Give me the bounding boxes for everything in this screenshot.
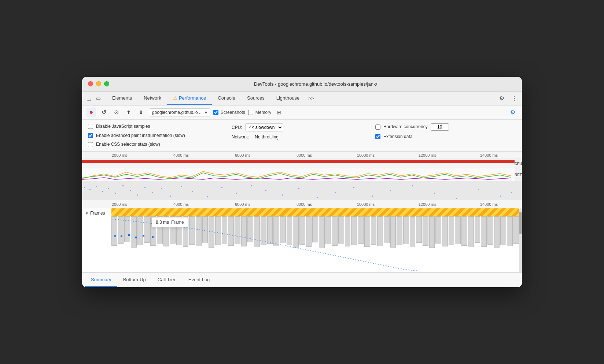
frames-track[interactable]: ▼ Frames (82, 208, 522, 272)
frame-bar (299, 216, 305, 245)
frame-bar (332, 216, 338, 246)
frame-tooltip: 8.3 ms Frame (152, 217, 188, 227)
memory-toggle: Memory (248, 110, 271, 115)
settings-col-right: Hardware concurrency Extension data (375, 123, 516, 140)
tab-call-tree[interactable]: Call Tree (152, 273, 183, 287)
frame-bar (461, 216, 467, 246)
advanced-paint-label[interactable]: Enable advanced paint instrumentation (s… (96, 133, 185, 139)
frame-bar (384, 216, 390, 243)
more-options-icon[interactable]: ⋮ (509, 93, 519, 103)
url-dropdown-icon: ▾ (205, 110, 207, 115)
tab-event-log[interactable]: Event Log (183, 273, 216, 287)
tab-sources[interactable]: Sources (241, 92, 270, 105)
frames-label: ▼ Frames (85, 211, 105, 216)
network-label: Network: (232, 134, 249, 140)
frame-bar (358, 216, 364, 244)
svg-rect-14 (192, 191, 193, 192)
cancel-button[interactable]: ⊘ (111, 108, 121, 117)
disable-js-samples-row: Disable JavaScript samples (88, 123, 229, 130)
screenshots-checkbox[interactable] (213, 110, 218, 115)
frame-bar (215, 216, 221, 245)
frame-bar (111, 216, 117, 246)
hw-concurrency-input[interactable] (431, 123, 449, 131)
net-label: NET (515, 168, 522, 181)
frame-bar (468, 216, 474, 247)
hw-concurrency-checkbox[interactable] (375, 125, 380, 130)
hw-concurrency-label[interactable]: Hardware concurrency (383, 124, 428, 130)
svg-rect-3 (102, 191, 103, 192)
frame-bar (319, 216, 325, 248)
tab-bar: ⬚ ▭ Elements Network ⚠Performance Consol… (82, 92, 522, 105)
frame-bar (494, 216, 500, 248)
advanced-paint-checkbox[interactable] (88, 133, 93, 138)
tab-network[interactable]: Network (138, 92, 167, 105)
svg-rect-19 (265, 190, 266, 191)
frame-bar (209, 216, 214, 248)
url-bar[interactable]: googlechrome.github.io ... ▾ (149, 108, 210, 116)
svg-rect-10 (152, 192, 153, 193)
main-tick-10000: 10000 ms (357, 202, 375, 207)
close-button[interactable] (88, 81, 93, 86)
tab-bottom-up[interactable]: Bottom-Up (117, 273, 152, 287)
tooltip-time: 8.3 ms (156, 220, 169, 225)
tab-elements[interactable]: Elements (106, 92, 138, 105)
tab-lighthouse[interactable]: Lighthouse (270, 92, 306, 105)
minimize-button[interactable] (96, 81, 101, 86)
frame-bar (241, 216, 247, 246)
frame-bar (144, 216, 150, 243)
css-selector-label[interactable]: Enable CSS selector stats (slow) (96, 141, 160, 148)
settings-blue-icon[interactable]: ⚙ (508, 108, 518, 117)
frame-bar (429, 216, 435, 248)
device-icon[interactable]: ▭ (95, 94, 102, 102)
tooltip-label: Frame (171, 220, 184, 225)
svg-rect-15 (207, 196, 208, 197)
cpu-row: CPU: 4× slowdown 6× slowdown No throttli… (232, 123, 372, 131)
memory-checkbox[interactable] (248, 110, 253, 115)
download-button[interactable]: ⬇ (136, 108, 146, 117)
more-tabs-button[interactable]: >> (305, 96, 317, 101)
frame-bar (338, 216, 344, 244)
disable-js-samples-label[interactable]: Disable JavaScript samples (96, 123, 150, 130)
main-tick-12000: 12000 ms (419, 202, 436, 207)
inspect-icon[interactable]: ⬚ (85, 94, 92, 102)
disable-js-samples-checkbox[interactable] (88, 124, 93, 129)
frame-bar (306, 216, 312, 247)
cpu-select[interactable]: 4× slowdown 6× slowdown No throttling (245, 123, 283, 131)
tab-actions: ⚙ ⋮ (497, 93, 519, 103)
record-button[interactable]: ● (86, 108, 96, 117)
extension-data-label[interactable]: Extension data (383, 134, 412, 140)
frame-bar (487, 216, 493, 245)
reload-button[interactable]: ↺ (99, 108, 108, 117)
traffic-lights (88, 81, 109, 86)
tab-console[interactable]: Console (212, 92, 241, 105)
css-selector-checkbox[interactable] (88, 142, 93, 147)
svg-rect-26 (390, 190, 391, 191)
tick-8000: 8000 ms (297, 153, 312, 157)
settings-icon[interactable]: ⚙ (497, 93, 507, 103)
frame-bar (500, 216, 506, 245)
extension-data-row: Extension data (375, 134, 516, 140)
frame-bar (416, 216, 422, 243)
tab-summary[interactable]: Summary (85, 273, 117, 287)
svg-rect-5 (115, 193, 116, 194)
maximize-button[interactable] (104, 81, 109, 86)
vertical-scrollbar[interactable] (519, 208, 522, 272)
frame-bar (280, 216, 286, 243)
tab-performance[interactable]: ⚠Performance (167, 92, 212, 105)
cpu-bar (82, 160, 515, 163)
scrollbar-thumb[interactable] (519, 212, 522, 234)
svg-rect-28 (434, 193, 435, 194)
extension-data-checkbox[interactable] (375, 134, 380, 139)
devtools-body: ⬚ ▭ Elements Network ⚠Performance Consol… (82, 92, 522, 287)
svg-rect-25 (372, 196, 373, 197)
main-tick-6000: 6000 ms (235, 202, 250, 207)
tabs-container: Elements Network ⚠Performance Console So… (106, 92, 497, 105)
network-row: Network: No throttling (232, 134, 372, 140)
svg-rect-22 (317, 197, 318, 198)
settings-col-middle: CPU: 4× slowdown 6× slowdown No throttli… (232, 123, 372, 140)
frame-bar (410, 216, 416, 247)
svg-rect-7 (130, 190, 131, 191)
memory-profiler-icon[interactable]: ⊞ (274, 108, 284, 117)
svg-rect-21 (298, 188, 299, 189)
upload-button[interactable]: ⬆ (124, 108, 133, 117)
